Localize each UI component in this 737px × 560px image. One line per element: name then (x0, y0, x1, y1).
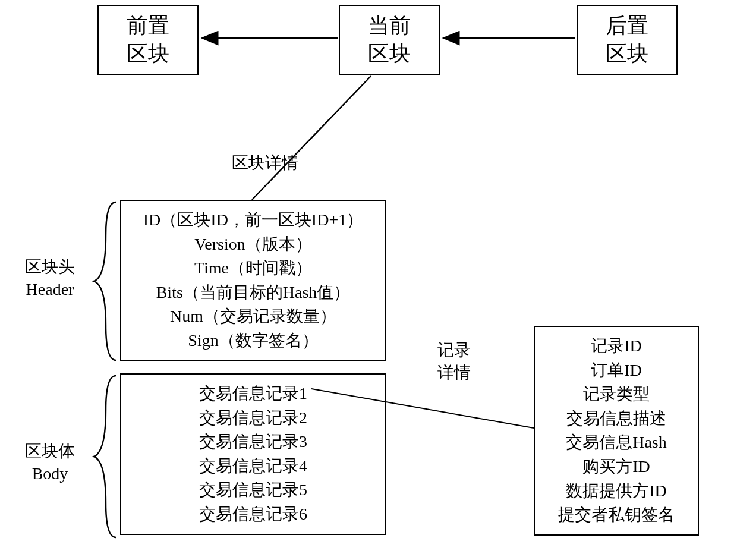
record-detail-box: 记录ID 订单ID 记录类型 交易信息描述 交易信息Hash 购买方ID 数据提… (534, 326, 699, 536)
prev-block-l1: 前置 (116, 12, 179, 40)
header-f6: Sign（数字签名） (131, 329, 376, 353)
next-block-l1: 后置 (596, 12, 659, 40)
body-r3: 交易信息记录3 (131, 430, 376, 454)
header-f3: Time（时间戳） (131, 256, 376, 281)
brace-header-icon (89, 200, 119, 363)
curr-block-l1: 当前 (358, 12, 421, 40)
body-en: Body (25, 463, 75, 485)
next-block-l2: 区块 (596, 40, 659, 68)
body-section-label: 区块体 Body (25, 440, 75, 485)
prev-block-l2: 区块 (116, 40, 179, 68)
curr-block-box: 当前 区块 (339, 5, 440, 75)
record-detail-l1: 记录 (437, 339, 471, 361)
body-r6: 交易信息记录6 (131, 502, 376, 527)
record-detail-label: 记录 详情 (437, 339, 471, 384)
body-r4: 交易信息记录4 (131, 454, 376, 479)
prev-block-box: 前置 区块 (97, 5, 199, 75)
record-detail-l2: 详情 (437, 361, 471, 384)
body-zh: 区块体 (25, 440, 75, 463)
block-body-box: 交易信息记录1 交易信息记录2 交易信息记录3 交易信息记录4 交易信息记录5 … (120, 373, 386, 535)
record-f4: 交易信息描述 (544, 407, 688, 431)
record-f2: 订单ID (544, 358, 688, 383)
body-r2: 交易信息记录2 (131, 406, 376, 430)
record-f1: 记录ID (544, 334, 688, 358)
header-f5: Num（交易记录数量） (131, 304, 376, 329)
header-section-label: 区块头 Header (25, 256, 75, 301)
record-f5: 交易信息Hash (544, 430, 688, 455)
header-zh: 区块头 (25, 256, 75, 278)
record-f8: 提交者私钥签名 (544, 503, 688, 527)
header-f2: Version（版本） (131, 232, 376, 257)
block-header-box: ID（区块ID，前一区块ID+1） Version（版本） Time（时间戳） … (120, 200, 386, 361)
brace-body-icon (89, 373, 119, 540)
body-r1: 交易信息记录1 (131, 382, 376, 406)
line-curr-to-detail (252, 76, 371, 200)
next-block-box: 后置 区块 (577, 5, 678, 75)
block-detail-label: 区块详情 (232, 152, 298, 174)
header-f4: Bits（当前目标的Hash值） (131, 281, 376, 305)
body-r5: 交易信息记录5 (131, 478, 376, 502)
header-f1: ID（区块ID，前一区块ID+1） (131, 208, 376, 232)
record-f7: 数据提供方ID (544, 479, 688, 504)
curr-block-l2: 区块 (358, 40, 421, 68)
record-f3: 记录类型 (544, 382, 688, 407)
record-f6: 购买方ID (544, 455, 688, 479)
header-en: Header (25, 278, 75, 301)
